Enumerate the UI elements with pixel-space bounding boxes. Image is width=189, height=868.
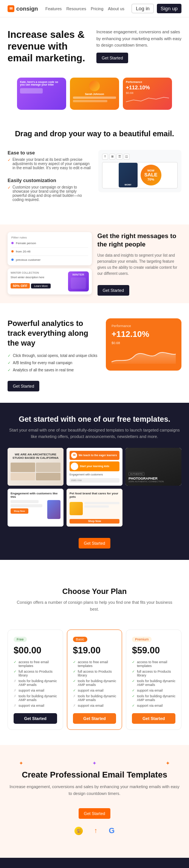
features-left: Ease to use ✓ Elevate your brand at its … (8, 150, 91, 209)
templates-cta: Get Started (8, 534, 181, 549)
footer: Products Newsletter Editor Template Libr… (0, 858, 189, 868)
hero-cta-button[interactable]: Get Started (96, 53, 128, 63)
pricing-description: Consign offers a number of consign plans… (15, 599, 174, 612)
check-icon-2: ✓ (8, 185, 11, 190)
deco-row-top: ✦ ✦ ✦ (8, 760, 181, 766)
hero-card-3: Performance +112.10% $0.68 (123, 78, 172, 110)
free-feature-1: ✓access to free email templates (14, 660, 57, 668)
premium-cta-button[interactable]: Get Started (132, 713, 175, 724)
segment-cta-button[interactable]: Get Started (98, 285, 129, 296)
hero-stat: +112.10% (126, 84, 169, 90)
analytics-card: Performance +112.10% $0.68 (106, 318, 181, 371)
drag-drop-section: Drag and drop your way to a beautiful em… (0, 117, 189, 146)
features-right: T ⊞ ☰ ◫ WOW! WOW SALE 70% (98, 150, 181, 192)
hero-section: Increase sales & revenue with email mark… (0, 17, 189, 78)
analytics-stat: +112.10% (112, 329, 176, 339)
ease-check-1: ✓ Elevate your brand at its best with pr… (8, 157, 91, 170)
basic-feature-2: ✓full access to Products library (73, 670, 116, 677)
signup-button[interactable]: Sign up (157, 4, 181, 13)
templates-grid: WE ARE AN ARCHITECTURE STUDIO BASED IN C… (8, 448, 181, 527)
segment-dot-3 (11, 259, 14, 261)
custom-title: Easily customization (8, 178, 91, 183)
analytics-cta-button[interactable]: Get Started (8, 381, 39, 391)
free-features: ✓access to free email templates ✓full ac… (14, 660, 57, 707)
basic-feature-6: ✗support via email (73, 704, 116, 707)
drag-drop-title: Drag and drop your way to a beautiful em… (8, 129, 181, 139)
segment-heading: Get the right messages to the right peop… (98, 232, 182, 249)
nav-pricing[interactable]: Pricing (91, 6, 104, 11)
basic-badge: Basic (73, 637, 87, 642)
nav-links: Features Resources Pricing About us (45, 6, 124, 11)
premium-features: ✓access to free email templates ✓full ac… (132, 660, 175, 707)
pricing-free-card: Free $00.00 ✓access to free email templa… (8, 630, 63, 730)
sale-badge: WOW SALE 70% (141, 165, 161, 185)
toolbar-btn-4[interactable]: ◫ (124, 154, 130, 160)
cta-bottom-button[interactable]: Get Started (79, 808, 110, 819)
toolbar-btn-3[interactable]: ☰ (116, 154, 122, 160)
toolbar-btn-1[interactable]: T (102, 154, 108, 160)
basic-feature-3: ✓tools for building dynamic AMP emails (73, 679, 116, 687)
template-card-arch: WE ARE AN ARCHITECTURE STUDIO BASED IN C… (8, 448, 64, 486)
templates-cta-button[interactable]: Get Started (79, 538, 110, 549)
login-button[interactable]: Log in (132, 4, 153, 13)
analytics-item-3: ✓ Analytics of all the saves in real tim… (8, 368, 98, 372)
premium-feature-1: ✓access to free email templates (132, 660, 175, 668)
editor-toolbar: T ⊞ ☰ ◫ (102, 154, 178, 160)
logos-row: 🐒 ↑ G (8, 826, 181, 835)
free-cta-button[interactable]: Get Started (14, 713, 57, 724)
nav-resources[interactable]: Resources (66, 6, 86, 11)
check-icon-1: ✓ (8, 158, 11, 162)
deco-star-2: ✦ (92, 760, 97, 766)
logo-text: consign (16, 5, 38, 12)
segment-preview-cta[interactable]: Learn More (31, 284, 51, 288)
hero-card-1: Kate, here's a coupon code so you can ma… (17, 78, 66, 110)
template-img-pet: Pet food brand that cares for your pets … (67, 489, 122, 527)
premium-feature-3: ✓tools for building dynamic AMP emails (132, 679, 175, 687)
free-feature-5: ✗tools for building dynamic AMP emails (14, 694, 57, 702)
pricing-basic-card: Basic $19.00 ✓access to free email templ… (67, 630, 122, 730)
template-img-arch: WE ARE AN ARCHITECTURE STUDIO BASED IN C… (8, 448, 64, 486)
free-feature-4: ✗support via email (14, 689, 57, 692)
templates-description: Start your email with one of our beautif… (8, 427, 181, 440)
premium-price: $59.00 (132, 645, 175, 656)
nav-about[interactable]: About us (108, 6, 124, 11)
template-card-teach: ✉ We teach to the eager learners Start y… (67, 448, 122, 486)
cta-bottom-heading: Create Professional Email Templates (8, 770, 181, 780)
analytics-sub: $0.68 (112, 341, 176, 345)
segment-row-1: Female person (11, 242, 88, 248)
analytics-section: Powerful analytics to track everything a… (0, 307, 189, 403)
free-feature-3: ✗tools for building dynamic AMP emails (14, 679, 57, 687)
premium-feature-4: ✓support via email (132, 689, 175, 692)
logo-mailchimp: 🐒 (74, 827, 83, 835)
cta-bottom-description: Increase engagement, conversions and sal… (8, 784, 181, 797)
toolbar-btn-2[interactable]: ⊞ (109, 154, 115, 160)
hero-description: Increase engagement, conversions and sal… (96, 29, 181, 49)
pricing-grid: Free $00.00 ✓access to free email templa… (8, 630, 181, 730)
analytics-left: Powerful analytics to track everything a… (8, 318, 98, 391)
premium-feature-6: ✓support via email (132, 704, 175, 707)
navbar: ✉ consign Features Resources Pricing Abo… (0, 0, 189, 17)
analytics-right: Performance +112.10% $0.68 (106, 318, 181, 371)
segment-card: Filter rules Female person from 20-46 pr… (8, 232, 92, 265)
nav-features[interactable]: Features (45, 6, 62, 11)
editor-canvas: WOW! WOW SALE 70% (102, 162, 178, 189)
logo-google: G (109, 826, 115, 835)
logo-arrow: ↑ (94, 827, 98, 835)
analytics-item-1: ✓ Click through, social opens, total and… (8, 354, 98, 358)
custom-check: ✓ Customize your campaign or design to s… (8, 185, 91, 202)
basic-cta-button[interactable]: Get Started (73, 713, 116, 724)
hero-right: Increase engagement, conversions and sal… (96, 29, 181, 63)
segment-description: Use data and insights to segment your li… (98, 252, 182, 277)
ease-title: Ease to use (8, 150, 91, 156)
free-feature-2: ✓full access to Products library (14, 670, 57, 677)
free-feature-6: ✗support via email (14, 704, 57, 707)
template-card-photo: AUTHENTIC PHOTOGRAPHER 100% AUTHENTIC CO… (125, 448, 181, 486)
segment-dot-1 (11, 242, 14, 244)
templates-section: Get started with one of our free templat… (0, 403, 189, 560)
deco-star-3: ✦ (166, 760, 170, 766)
analytics-item-2: ✓ A/B testing for every mail campaign (8, 361, 98, 365)
template-card-pet: Pet food brand that cares for your pets … (67, 489, 122, 527)
template-card-engage: Engagement with customers like this Shop… (8, 489, 64, 527)
template-img-engage: Engagement with customers like this Shop… (8, 489, 64, 527)
basic-feature-5: ✗tools for building dynamic AMP emails (73, 694, 116, 702)
